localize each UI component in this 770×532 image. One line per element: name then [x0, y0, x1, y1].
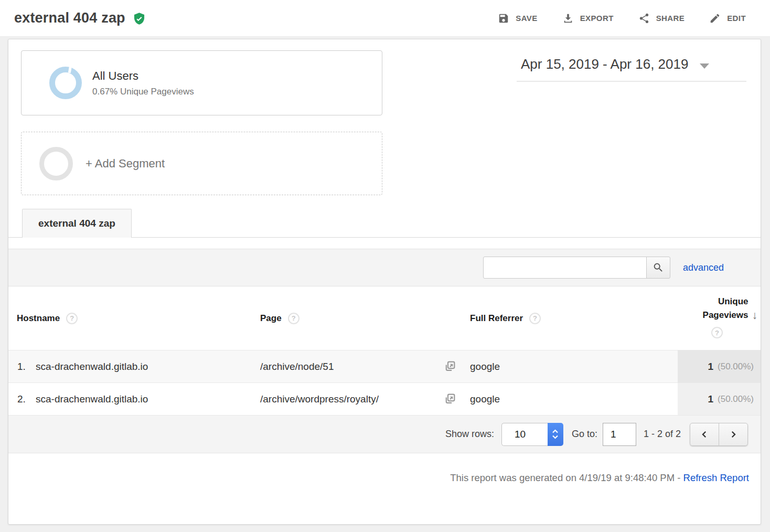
report-card: All Users 0.67% Unique Pageviews + Add S…	[8, 39, 761, 525]
tab-external-404-zap[interactable]: external 404 zap	[22, 209, 132, 238]
show-rows-value: 10	[501, 423, 548, 446]
table-row: 2. sca-drachenwald.gitlab.io /archive/wo…	[8, 383, 761, 416]
date-range-picker[interactable]: Apr 15, 2019 - Apr 16, 2019	[517, 53, 746, 82]
page-title: external 404 zap	[14, 10, 125, 26]
open-in-new-icon[interactable]	[444, 361, 455, 373]
unique-pageviews-cell: 1 (50.00%)	[678, 383, 761, 415]
referrer-cell: google	[470, 393, 500, 405]
edit-button[interactable]: EDIT	[709, 13, 746, 24]
segment-title: All Users	[92, 69, 194, 83]
show-rows-label: Show rows:	[445, 429, 494, 440]
table-row: 1. sca-drachenwald.gitlab.io /archive/no…	[8, 350, 761, 383]
chevron-right-icon	[729, 430, 738, 439]
page-cell: /archive/node/51	[260, 361, 334, 373]
open-in-new-icon[interactable]	[444, 393, 455, 405]
hostname-cell: sca-drachenwald.gitlab.io	[36, 393, 148, 405]
segment-all-users[interactable]: All Users 0.67% Unique Pageviews	[21, 50, 382, 115]
page-cell: /archive/wordpress/royalty/	[260, 393, 379, 405]
refresh-report-link[interactable]: Refresh Report	[683, 472, 749, 483]
help-icon[interactable]	[288, 313, 300, 324]
previous-page-button[interactable]	[690, 423, 719, 446]
select-spinner-icon	[548, 423, 563, 446]
tab-bar: external 404 zap	[8, 209, 761, 238]
save-icon	[498, 13, 509, 24]
help-icon[interactable]	[711, 327, 723, 338]
chevron-down-icon	[700, 63, 709, 69]
report-generated-note: This report was generated on 4/19/19 at …	[8, 453, 761, 484]
share-button[interactable]: SHARE	[638, 13, 685, 24]
row-number: 2.	[8, 393, 36, 405]
row-number: 1.	[8, 361, 36, 373]
help-icon[interactable]	[66, 313, 78, 324]
search-input[interactable]	[483, 257, 647, 279]
goto-label: Go to:	[572, 429, 597, 440]
column-header-hostname[interactable]: Hostname	[8, 286, 252, 350]
search-button[interactable]	[646, 257, 670, 279]
report-actions: SAVE EXPORT SHARE EDIT	[498, 13, 746, 24]
export-button[interactable]: EXPORT	[562, 13, 614, 24]
table-toolbar: advanced	[8, 249, 761, 286]
help-icon[interactable]	[529, 313, 541, 324]
date-range-label: Apr 15, 2019 - Apr 16, 2019	[521, 56, 688, 72]
segment-donut-icon	[49, 67, 82, 99]
pagination-bar: Show rows: 10 Go to: 1 - 2 of 2	[8, 416, 761, 453]
unique-pageviews-cell: 1 (50.00%)	[678, 350, 761, 382]
show-rows-select[interactable]: 10	[501, 423, 563, 446]
empty-ring-icon	[39, 147, 73, 180]
goto-page-input[interactable]	[603, 423, 636, 446]
search-icon	[653, 262, 664, 273]
export-download-icon	[562, 13, 574, 24]
add-segment-button[interactable]: + Add Segment	[21, 132, 382, 195]
share-icon	[638, 13, 650, 24]
row-range-label: 1 - 2 of 2	[644, 429, 681, 440]
sort-desc-icon[interactable]	[752, 309, 758, 322]
edit-pencil-icon	[709, 13, 721, 24]
next-page-button[interactable]	[719, 423, 748, 446]
add-segment-label: + Add Segment	[85, 157, 165, 171]
column-header-page[interactable]: Page	[252, 286, 462, 350]
top-header-bar: external 404 zap SAVE EXPORT SHARE EDIT	[0, 0, 770, 37]
hostname-cell: sca-drachenwald.gitlab.io	[36, 361, 148, 373]
table-header-row: Hostname Page Full Referrer Unique Pagev…	[8, 286, 761, 350]
advanced-search-link[interactable]: advanced	[683, 262, 724, 273]
chevron-left-icon	[700, 430, 709, 439]
segment-subtitle: 0.67% Unique Pageviews	[92, 87, 194, 97]
verified-shield-icon	[132, 12, 146, 26]
save-button[interactable]: SAVE	[498, 13, 537, 24]
column-header-full-referrer[interactable]: Full Referrer	[462, 286, 678, 350]
referrer-cell: google	[470, 361, 500, 373]
column-header-unique-pageviews[interactable]: Unique Pageviews	[678, 286, 761, 350]
